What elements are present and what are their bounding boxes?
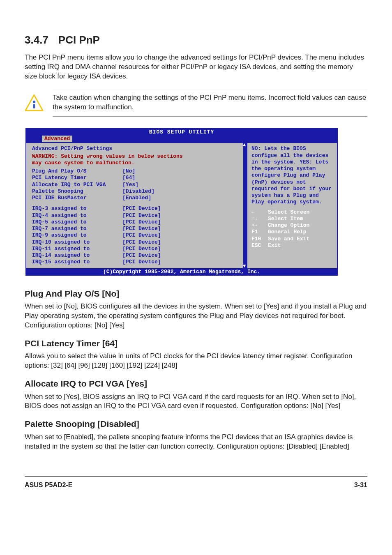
irq-value: [PCI Device]	[122, 252, 161, 259]
irq-value: [PCI Device]	[122, 212, 161, 219]
irq-value: [PCI Device]	[122, 259, 161, 265]
bios-screenshot: BIOS SETUP UTILITY Advanced Advanced PCI…	[25, 128, 338, 276]
setting-value: [Yes]	[122, 182, 138, 188]
irq-label: IRQ-15 assigned to	[32, 259, 122, 265]
setting-value: [Enabled]	[122, 195, 151, 201]
irq-row[interactable]: IRQ-10 assigned to[PCI Device]	[32, 239, 239, 246]
sub-body-irq: When set to [Yes], BIOS assigns an IRQ t…	[25, 392, 367, 411]
nav-key: F1	[251, 229, 268, 235]
section-title-text: PCI PnP	[58, 34, 100, 46]
irq-value: [PCI Device]	[122, 226, 161, 232]
nav-label: Save and Exit	[268, 236, 309, 242]
setting-value: [64]	[122, 175, 135, 181]
nav-key: ESC	[251, 242, 268, 249]
sub-body-plug: When set to [No], BIOS configures all th…	[25, 302, 367, 330]
footer-left: ASUS P5AD2-E	[25, 481, 72, 490]
setting-row[interactable]: Allocate IRQ to PCI VGA[Yes]	[32, 182, 239, 188]
setting-row[interactable]: Plug And Play O/S[No]	[32, 168, 239, 175]
bios-scrollbar[interactable]: ▲ ▼	[243, 143, 247, 268]
setting-label: PCI Latency Timer	[32, 175, 122, 181]
intro-paragraph: The PCI PnP menu items allow you to chan…	[25, 53, 367, 81]
sub-body-latency: Allows you to select the value in units …	[25, 352, 367, 371]
bios-help-description: NO: Lets the BIOS configue all the devic…	[251, 145, 333, 205]
bios-warning-line2: may cause system to malfunction.	[32, 160, 239, 166]
bios-footer: (C)Copyright 1985-2002, American Megatre…	[25, 268, 338, 276]
scroll-down-icon[interactable]: ▼	[243, 264, 246, 268]
irq-label: IRQ-10 assigned to	[32, 239, 122, 246]
irq-value: [PCI Device]	[122, 246, 161, 252]
setting-label: Palette Snooping	[32, 188, 122, 195]
nav-label: Exit	[268, 242, 281, 249]
scroll-up-icon[interactable]: ▲	[243, 143, 246, 147]
setting-row[interactable]: PCI IDE BusMaster[Enabled]	[32, 195, 239, 201]
irq-label: IRQ-9 assigned to	[32, 232, 122, 239]
bios-nav-help: ←Select Screen ↑↓Select Item +-Change Op…	[251, 209, 333, 249]
bios-tab-advanced[interactable]: Advanced	[42, 136, 72, 142]
sub-heading-irq: Allocate IRQ to PCI VGA [Yes]	[25, 378, 367, 389]
sub-heading-latency: PCI Latency Timer [64]	[25, 338, 367, 349]
irq-label: IRQ-11 assigned to	[32, 246, 122, 252]
setting-row[interactable]: PCI Latency Timer[64]	[32, 175, 239, 181]
bios-warning-line1: WARNING: Setting wrong values in below s…	[32, 153, 239, 160]
setting-label: Allocate IRQ to PCI VGA	[32, 182, 122, 188]
irq-label: IRQ-3 assigned to	[32, 205, 122, 212]
sub-heading-palette: Palette Snooping [Disabled]	[25, 418, 367, 430]
irq-row[interactable]: IRQ-11 assigned to[PCI Device]	[32, 246, 239, 252]
bios-title: BIOS SETUP UTILITY	[25, 128, 338, 136]
irq-label: IRQ-5 assigned to	[32, 219, 122, 226]
caution-icon	[25, 94, 44, 111]
sub-body-palette: When set to [Enabled], the pallete snoop…	[25, 433, 367, 451]
irq-row[interactable]: IRQ-7 assigned to[PCI Device]	[32, 226, 239, 232]
irq-label: IRQ-14 assigned to	[32, 252, 122, 259]
svg-rect-2	[33, 104, 35, 108]
irq-row[interactable]: IRQ-15 assigned to[PCI Device]	[32, 259, 239, 265]
page-footer: ASUS P5AD2-E 3-31	[25, 476, 367, 490]
nav-key: +-	[251, 222, 268, 229]
setting-label: PCI IDE BusMaster	[32, 195, 122, 201]
nav-key: F10	[251, 236, 268, 242]
irq-value: [PCI Device]	[122, 239, 161, 246]
bios-right-pane: NO: Lets the BIOS configue all the devic…	[247, 143, 337, 268]
irq-row[interactable]: IRQ-3 assigned to[PCI Device]	[32, 205, 239, 212]
section-number: 3.4.7	[25, 34, 48, 46]
svg-point-1	[33, 101, 35, 103]
nav-label: General Help	[268, 229, 307, 235]
irq-row[interactable]: IRQ-4 assigned to[PCI Device]	[32, 212, 239, 219]
setting-value: [No]	[122, 168, 135, 175]
irq-label: IRQ-4 assigned to	[32, 212, 122, 219]
irq-value: [PCI Device]	[122, 232, 161, 239]
irq-row[interactable]: IRQ-14 assigned to[PCI Device]	[32, 252, 239, 259]
setting-label: Plug And Play O/S	[32, 168, 122, 175]
setting-row[interactable]: Palette Snooping[Disabled]	[32, 188, 239, 195]
irq-row[interactable]: IRQ-9 assigned to[PCI Device]	[32, 232, 239, 239]
bios-panel-heading: Advanced PCI/PnP Settings	[32, 145, 239, 152]
section-heading: 3.4.7PCI PnP	[25, 33, 367, 47]
nav-label: Select Item	[268, 216, 303, 222]
irq-value: [PCI Device]	[122, 219, 161, 226]
sub-heading-plug: Plug And Play O/S [No]	[25, 288, 367, 299]
setting-value: [Disabled]	[122, 188, 154, 195]
footer-right: 3-31	[354, 481, 367, 490]
irq-row[interactable]: IRQ-5 assigned to[PCI Device]	[32, 219, 239, 226]
irq-value: [PCI Device]	[122, 205, 161, 212]
nav-label: Change Option	[268, 222, 309, 229]
bios-left-pane: Advanced PCI/PnP Settings WARNING: Setti…	[26, 143, 243, 268]
irq-label: IRQ-7 assigned to	[32, 226, 122, 232]
nav-key: ↑↓	[251, 216, 268, 222]
caution-text: Take caution when changing the settings …	[53, 94, 366, 111]
caution-block: Take caution when changing the settings …	[25, 89, 367, 117]
bios-tab-row: Advanced	[25, 136, 338, 143]
nav-key: ←	[251, 209, 268, 216]
nav-label: Select Screen	[268, 209, 309, 216]
